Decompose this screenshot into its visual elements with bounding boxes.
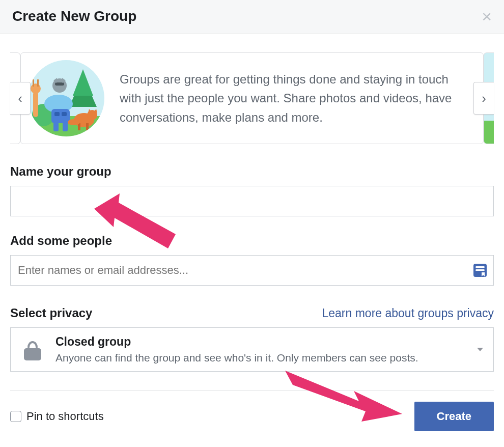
svg-point-26 (68, 119, 80, 125)
svg-rect-15 (51, 109, 70, 123)
modal-header: Create New Group × (0, 0, 504, 34)
groups-illustration-icon (28, 60, 104, 136)
svg-rect-8 (33, 79, 34, 87)
svg-rect-29 (475, 269, 485, 271)
name-group-label: Name your group (10, 164, 494, 179)
privacy-dropdown[interactable]: Closed group Anyone can find the group a… (10, 327, 494, 372)
chevron-left-icon: ‹ (18, 91, 22, 106)
footer-divider (10, 390, 494, 390)
privacy-header-row: Select privacy Learn more about groups p… (10, 306, 494, 320)
close-icon[interactable]: × (482, 10, 492, 22)
chevron-down-icon (477, 348, 483, 351)
svg-rect-18 (53, 122, 59, 131)
contact-list-icon[interactable] (472, 263, 488, 278)
modal-title: Create New Group (12, 8, 136, 24)
banner-card: Groups are great for getting things done… (20, 52, 484, 144)
banner-text: Groups are great for getting things done… (120, 70, 473, 127)
pin-to-shortcuts: Pin to shortcuts (10, 410, 104, 423)
svg-point-7 (31, 83, 41, 94)
privacy-selected-description: Anyone can find the group and see who's … (55, 352, 418, 364)
svg-rect-16 (54, 112, 60, 116)
svg-rect-30 (24, 348, 41, 360)
lock-icon (21, 337, 44, 362)
svg-rect-9 (37, 79, 39, 87)
modal-content: Groups are great for getting things done… (0, 52, 504, 431)
svg-rect-6 (33, 92, 38, 117)
svg-rect-19 (63, 122, 68, 131)
svg-rect-28 (475, 266, 485, 268)
privacy-selected-title: Closed group (55, 335, 418, 349)
carousel-prev-button[interactable]: ‹ (10, 82, 31, 115)
svg-rect-25 (86, 123, 89, 130)
add-people-label: Add some people (10, 234, 494, 248)
create-button[interactable]: Create (414, 402, 494, 431)
svg-rect-17 (62, 112, 67, 116)
privacy-learn-more-link[interactable]: Learn more about groups privacy (322, 306, 494, 320)
chevron-right-icon: › (482, 91, 486, 106)
group-name-input[interactable] (10, 186, 494, 216)
add-people-input-wrap (10, 255, 494, 286)
pin-label: Pin to shortcuts (26, 410, 104, 423)
privacy-selected: Closed group Anyone can find the group a… (55, 335, 418, 364)
modal-footer: Pin to shortcuts Create (10, 402, 494, 431)
add-people-input[interactable] (10, 255, 494, 286)
carousel-next-button[interactable]: › (473, 82, 494, 115)
svg-rect-11 (55, 82, 64, 86)
banner-carousel: Groups are great for getting things done… (10, 52, 494, 144)
pin-checkbox[interactable] (10, 411, 21, 422)
privacy-label: Select privacy (10, 306, 92, 320)
